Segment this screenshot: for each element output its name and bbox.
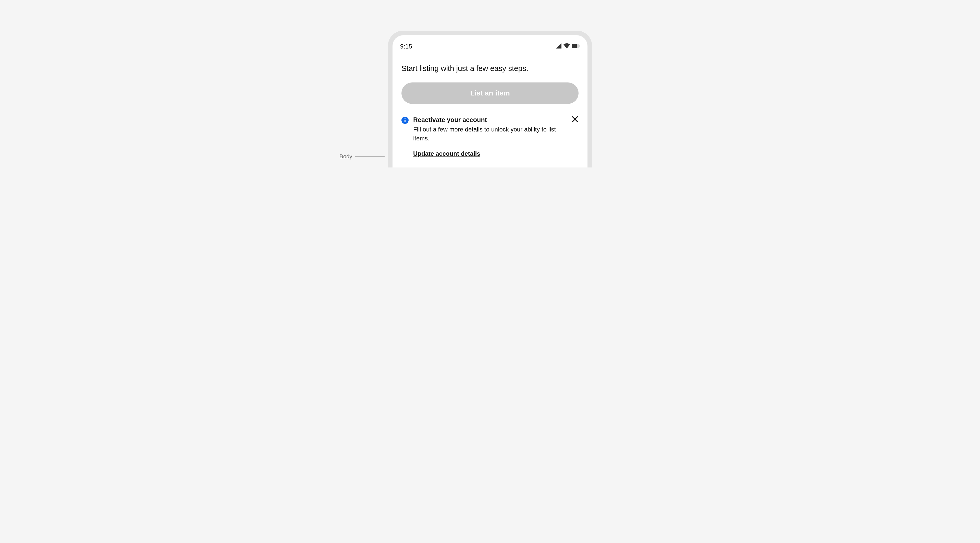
wifi-icon <box>563 43 570 49</box>
svg-rect-1 <box>577 44 579 48</box>
notice-body: Fill out a few more details to unlock yo… <box>413 125 566 143</box>
notice-title: Reactivate your account <box>413 116 566 124</box>
signal-icon <box>556 43 562 49</box>
notice-panel: Reactivate your account Fill out a few m… <box>401 116 579 157</box>
notice-content: Reactivate your account Fill out a few m… <box>413 116 579 157</box>
device-frame: 9:15 Start listing with ju <box>388 31 592 167</box>
info-icon <box>401 117 409 124</box>
list-item-button[interactable]: List an item <box>401 83 579 104</box>
update-account-link[interactable]: Update account details <box>413 150 480 157</box>
close-icon[interactable] <box>571 116 579 124</box>
page-heading: Start listing with just a few easy steps… <box>401 64 579 73</box>
status-icons-group <box>556 43 580 49</box>
battery-icon <box>572 44 580 49</box>
svg-rect-2 <box>579 45 580 47</box>
status-bar: 9:15 <box>393 35 587 55</box>
content-area: Start listing with just a few easy steps… <box>393 55 587 167</box>
status-time: 9:15 <box>400 43 412 50</box>
svg-rect-5 <box>404 120 406 122</box>
annotation-body: Body <box>339 153 385 160</box>
svg-rect-0 <box>572 44 577 48</box>
annotation-body-label: Body <box>339 153 352 160</box>
annotation-line <box>355 156 385 157</box>
svg-point-4 <box>404 118 406 119</box>
